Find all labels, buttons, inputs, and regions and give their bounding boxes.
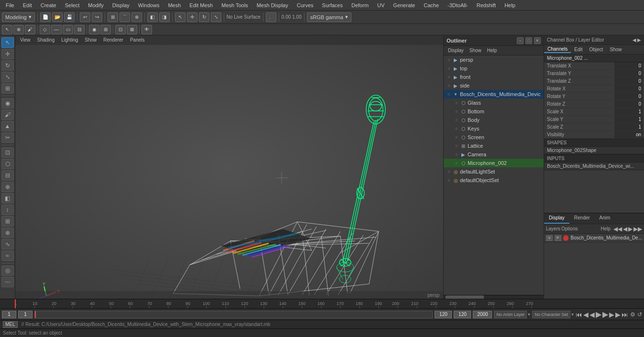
menu-mesh-tools[interactable]: Mesh Tools [218, 1, 251, 9]
camera-btn[interactable]: 🎥 [266, 12, 276, 22]
next-frame-btn[interactable]: ▶ [609, 311, 614, 318]
target-weld-btn[interactable]: ◎ [1, 265, 14, 276]
timeline-loop-btn[interactable]: ↺ [637, 311, 642, 318]
outliner-display-menu[interactable]: Display [446, 47, 466, 54]
menu-help[interactable]: Help [501, 1, 519, 9]
gamma-dropdown[interactable]: sRGB gamma ▾ [307, 12, 351, 22]
outliner-close-btn[interactable]: ✕ [534, 37, 541, 44]
outliner-hscroll[interactable] [444, 295, 544, 299]
merge-btn[interactable]: ⊕ [1, 182, 14, 192]
ch-translate-y-value[interactable]: 0 [614, 70, 643, 77]
render-region-btn[interactable]: ◧ [147, 12, 158, 22]
edge-btn[interactable]: — [51, 25, 62, 34]
tree-vis-object-set[interactable]: ○ [446, 177, 452, 184]
step-back-btn[interactable]: ◀ [583, 311, 589, 318]
timeline-range-end-display[interactable] [435, 311, 452, 318]
nav-prev-btn[interactable]: ◀◀ [613, 226, 622, 232]
outliner-help-menu[interactable]: Help [485, 47, 500, 54]
move-tool-btn[interactable]: ✛ [1, 49, 14, 59]
step-fwd-btn[interactable]: ▶ [615, 311, 621, 318]
tree-vis-side[interactable]: ○ [446, 82, 452, 89]
tree-vis-camera-child[interactable]: ○ [453, 151, 460, 158]
transform-tool-btn[interactable]: ↖ [1, 37, 14, 48]
menu-mesh-display[interactable]: Mesh Display [253, 1, 292, 9]
play-back-btn[interactable]: ▶ [596, 310, 601, 319]
fill-hole-btn[interactable]: ◧ [1, 193, 14, 204]
bridge-btn[interactable]: ⊟ [1, 170, 14, 181]
wireframe-btn[interactable]: ⊠ [127, 25, 137, 34]
quad-draw-btn[interactable]: ⊞ [1, 216, 14, 227]
mode-dropdown[interactable]: Modeling ▾ [2, 12, 35, 22]
nav-next-btn[interactable]: ▶▶ [633, 226, 642, 232]
menu-deform[interactable]: Deform [348, 1, 372, 9]
viewport[interactable]: View Shading Lighting Show Renderer Pane… [15, 35, 443, 299]
outliner-show-menu[interactable]: Show [467, 47, 484, 54]
undo-btn[interactable]: ↩ [80, 12, 90, 22]
layer-row-bosch[interactable]: V P Bosch_Dicentis_Multimedia_De... [544, 234, 644, 242]
tree-vis-top[interactable]: ○ [446, 65, 452, 72]
select-mode-btn[interactable]: ↖ [175, 12, 186, 22]
new-btn[interactable]: 📄 [40, 12, 51, 22]
layer-p-bosch[interactable]: P [555, 235, 561, 241]
layer-vis-bosch[interactable]: V [546, 235, 553, 241]
move-btn[interactable]: ✛ [187, 12, 197, 22]
show-manipulator-btn[interactable]: ⊞ [1, 83, 14, 94]
tree-vis-persp[interactable]: ○ [446, 56, 452, 63]
tree-vis-front[interactable]: ○ [446, 74, 452, 80]
vp-view-menu[interactable]: View [17, 37, 33, 43]
tree-item-microphone[interactable]: ○ ⬡ Microphone_002 [444, 159, 544, 167]
tree-vis-bottom-mesh[interactable]: ○ [453, 108, 460, 115]
tree-vis-screen[interactable]: ○ [453, 134, 460, 141]
ch-menu-show[interactable]: Show [606, 46, 625, 53]
lasso-btn[interactable]: ⊗ [13, 25, 24, 34]
open-btn[interactable]: 📂 [52, 12, 63, 22]
ch-menu-object[interactable]: Object [586, 46, 607, 53]
ch-translate-x-value[interactable]: 0 [614, 62, 643, 69]
snap-point-btn[interactable]: ⊕ [131, 12, 142, 22]
select-tool-btn[interactable]: ↖ [2, 25, 12, 34]
tree-item-bosch[interactable]: ○ ▼ Bosch_Dicentis_Multimedia_Devic [444, 90, 544, 98]
ch-visibility-value[interactable]: on [614, 131, 643, 138]
show-all-btn[interactable]: 👁 [142, 25, 152, 34]
tree-item-keys[interactable]: ○ ⬡ Keys [444, 124, 544, 133]
tree-item-camera-child[interactable]: ○ ▶ Camera [444, 150, 544, 159]
ch-rotate-x-value[interactable]: 0 [614, 85, 643, 92]
ch-scale-y[interactable]: Scale Y 1 [544, 116, 644, 123]
tree-vis-light-set[interactable]: ○ [446, 168, 452, 175]
tree-item-body[interactable]: ○ ⬡ Body [444, 116, 544, 124]
timeline-start-frame[interactable] [2, 311, 16, 318]
cut-tool-btn[interactable]: ✂ [1, 132, 14, 143]
misc-btn[interactable]: ⋯ [1, 277, 14, 287]
vp-lighting-menu[interactable]: Lighting [58, 37, 81, 43]
ch-rotate-x[interactable]: Rotate X 0 [544, 85, 644, 93]
vp-renderer-menu[interactable]: Renderer [100, 37, 126, 43]
play-fwd-btn[interactable]: ▶ [602, 310, 608, 319]
timeline-current-frame[interactable] [18, 311, 33, 318]
ch-translate-y[interactable]: Translate Y 0 [544, 70, 644, 77]
face-btn[interactable]: ▭ [63, 25, 73, 34]
extrude-btn[interactable]: ⊡ [1, 147, 14, 158]
symmetry-btn[interactable]: ⊞ [100, 25, 111, 34]
scale-btn[interactable]: ⤡ [211, 12, 221, 22]
timeline-total-end[interactable] [473, 311, 492, 318]
menu-generate[interactable]: Generate [389, 1, 419, 9]
tree-vis-keys[interactable]: ○ [453, 125, 460, 132]
xray-btn[interactable]: ⊡ [115, 25, 126, 34]
ch-rotate-y-value[interactable]: 0 [614, 93, 643, 100]
timeline-settings-btn[interactable]: ⚙ [630, 311, 635, 318]
redo-btn[interactable]: ↪ [92, 12, 102, 22]
menu-surfaces[interactable]: Surfaces [318, 1, 347, 9]
ch-scale-z-value[interactable]: 1 [614, 123, 643, 130]
skip-to-start-btn[interactable]: ⏮ [576, 311, 582, 318]
soft-sel-left-btn[interactable]: ◉ [1, 98, 14, 109]
soft-sel-btn[interactable]: ◉ [89, 25, 99, 34]
nav-prev-single-btn[interactable]: ◀ [623, 226, 627, 232]
flip-btn[interactable]: ↕ [1, 205, 14, 215]
tree-item-light-set[interactable]: ○ ◎ defaultLightSet [444, 167, 544, 176]
ch-translate-x[interactable]: Translate X 0 [544, 62, 644, 70]
menu-display[interactable]: Display [109, 1, 133, 9]
ch-scale-x[interactable]: Scale X 1 [544, 108, 644, 116]
menu-select[interactable]: Select [61, 1, 84, 9]
render-scene-btn[interactable]: ◨ [159, 12, 170, 22]
timeline-playbar[interactable] [34, 311, 433, 318]
